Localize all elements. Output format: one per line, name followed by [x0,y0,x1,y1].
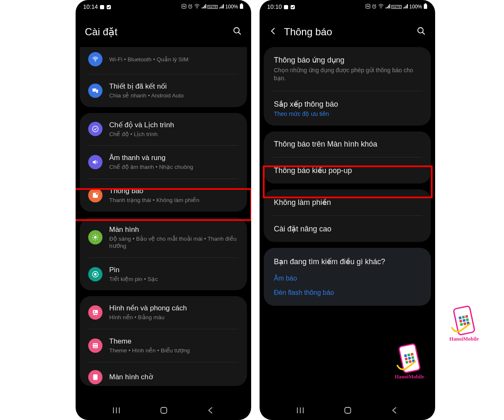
search-link-sound[interactable]: Âm báo [274,275,421,282]
card-lock-popup: Thông báo trên Màn hình khóa Thông báo k… [264,131,431,184]
svg-point-14 [94,236,97,239]
settings-row-standby[interactable]: Màn hình chờ [88,362,239,386]
settings-row-notifications[interactable]: Thông báoThanh trạng thái • Không làm ph… [88,178,239,212]
row-sort-notifications[interactable]: Sắp xếp thông báo Theo mức độ ưu tiên [272,91,423,126]
phone-settings: 10:14 VoLTE 100% Cài đặt Wi-Fi • Bluetoo… [76,0,251,420]
theme-icon [88,339,102,353]
row-sub: Chọn những ứng dụng được phép gửi thông … [274,66,421,82]
row-app-notifications[interactable]: Thông báo ứng dụng Chọn những ứng dụng đ… [272,47,423,91]
back-button[interactable] [207,406,215,416]
svg-point-16 [94,273,97,276]
alarm-icon [372,4,377,10]
watermark-logo-canvas: HanoiMobile [449,307,479,342]
recents-button[interactable] [112,406,121,417]
watermark-logo: HanoiMobile [395,344,424,380]
svg-point-13 [96,192,98,195]
row-title: Hình nền và phong cách [109,304,239,313]
signal-icon [201,4,206,10]
signal-icon [385,4,390,10]
wifi-icon [378,4,384,10]
row-link: Theo mức độ ưu tiên [274,110,421,117]
check-icon [290,4,295,9]
row-title: Chế độ và Lịch trình [109,121,239,130]
battery-icon [423,3,428,10]
settings-row-theme[interactable]: ThemeTheme • Hình nền • Biểu tượng [88,329,239,362]
home-button[interactable] [344,406,352,416]
settings-row-connected-devices[interactable]: Thiết bị đã kết nốiChia sẻ nhanh • Andro… [88,74,239,107]
phone-notifications: 10:10 VoLTE 100% Thông báo Thông báo ứng… [260,0,435,420]
wifi-icon [194,4,200,10]
row-do-not-disturb[interactable]: Không làm phiền [272,189,423,215]
logo-label: HanoiMobile [395,374,424,380]
settings-list[interactable]: Wi-Fi • Bluetooth • Quản lý SIM Thiết bị… [76,47,251,402]
recents-button[interactable] [296,406,305,417]
nfc-icon [365,4,370,10]
row-sub: Độ sáng • Bảo vệ cho mắt thoải mái • Tha… [109,235,239,250]
row-sub: Chế độ • Lịch trình [109,131,239,138]
settings-row-wallpaper[interactable]: Hình nền và phong cáchHình nền • Bảng mà… [88,296,239,329]
svg-rect-17 [93,310,98,315]
signal2-icon [403,4,408,10]
row-title: Cài đặt nâng cao [274,224,421,234]
back-button[interactable] [391,406,399,416]
home-button[interactable] [160,406,168,416]
notif-dot-icon [100,4,105,9]
back-icon[interactable] [269,26,278,37]
svg-rect-22 [284,5,288,9]
search-heading: Bạn đang tìm kiếm điều gì khác? [274,257,421,266]
row-title: Thiết bị đã kết nối [109,82,239,91]
row-advanced-settings[interactable]: Cài đặt nâng cao [272,215,423,242]
search-icon[interactable] [233,26,242,37]
status-bar: 10:14 VoLTE 100% [76,0,251,13]
card-app-notif: Thông báo ứng dụng Chọn những ứng dụng đ… [264,47,431,126]
row-sub: Thanh trạng thái • Không làm phiền [109,197,239,204]
row-title: Pin [109,265,239,275]
svg-point-18 [94,311,95,312]
svg-rect-10 [96,89,98,93]
row-popup-notif[interactable]: Thông báo kiểu pop-up [272,157,423,184]
page-title: Cài đặt [85,26,227,38]
row-lock-screen-notif[interactable]: Thông báo trên Màn hình khóa [272,131,423,157]
settings-row-display[interactable]: Màn hìnhĐộ sáng • Bảo vệ cho mắt thoải m… [88,218,239,257]
svg-point-8 [95,60,96,61]
volte-icon: VoLTE [207,5,218,9]
row-title: Thông báo ứng dụng [274,55,421,65]
svg-rect-21 [161,407,167,413]
row-title: Màn hình [109,225,239,234]
search-icon[interactable] [417,26,426,37]
svg-rect-0 [100,5,104,9]
card-dnd-adv: Không làm phiền Cài đặt nâng cao [264,189,431,242]
display-icon [88,230,102,244]
row-title: Theme [109,337,239,346]
notification-icon [88,188,102,202]
settings-row-sound[interactable]: Âm thanh và rungChế độ âm thanh • Nhạc c… [88,145,239,178]
devices-icon [88,84,102,98]
check-icon [106,4,111,9]
clock-text: 10:14 [83,3,98,10]
svg-rect-28 [425,3,426,4]
svg-rect-9 [92,89,96,92]
row-title: Thông báo trên Màn hình khóa [274,140,421,149]
row-title: Âm thanh và rung [109,153,239,163]
standby-icon [88,370,102,384]
svg-rect-5 [240,4,243,9]
battery-text: 100% [409,4,422,10]
row-sub: Wi-Fi • Bluetooth • Quản lý SIM [109,56,239,63]
signal2-icon [219,4,224,10]
card-wallpaper: Hình nền và phong cáchHình nền • Bảng mà… [80,296,247,386]
settings-row-connections[interactable]: Wi-Fi • Bluetooth • Quản lý SIM [88,52,239,74]
app-bar: Cài đặt [76,13,251,47]
row-title: Màn hình chờ [109,373,239,382]
row-sub: Hình nền • Bảng màu [109,314,239,321]
svg-point-29 [418,28,423,33]
page-title: Thông báo [284,26,411,38]
svg-rect-30 [345,407,351,413]
search-link-flash[interactable]: Đèn flash thông báo [274,289,421,297]
navigation-bar [76,402,251,420]
card-search-suggestions: Bạn đang tìm kiếm điều gì khác? Âm báo Đ… [264,248,431,306]
svg-rect-19 [93,343,98,348]
svg-point-7 [234,28,239,33]
settings-row-battery[interactable]: PinTiết kiệm pin • Sạc [88,257,239,291]
settings-row-modes[interactable]: Chế độ và Lịch trìnhChế độ • Lịch trình [88,113,239,146]
alarm-icon [188,4,193,10]
